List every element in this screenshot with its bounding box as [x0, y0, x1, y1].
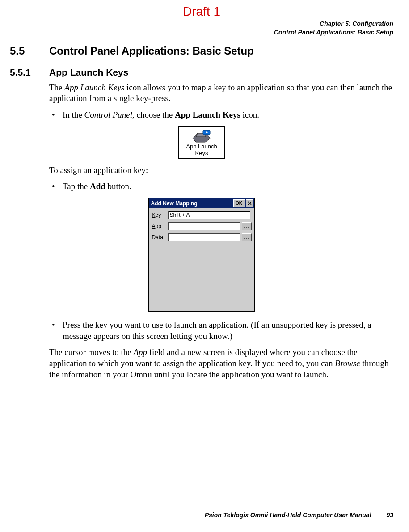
- assign-key-line: To assign an application key:: [49, 165, 393, 176]
- bullet-open-control-panel: In the Control Panel, choose the App Lau…: [49, 110, 393, 121]
- key-field[interactable]: Shift + A: [168, 211, 250, 219]
- label-key: Key: [152, 212, 168, 218]
- app-browse-button[interactable]: ...: [242, 222, 252, 230]
- heading-number: 5.5: [10, 45, 49, 57]
- page-footer: Psion Teklogix Omnii Hand-Held Computer …: [10, 511, 393, 519]
- add-new-mapping-dialog: Add New Mapping OK Key Shift + A App ...…: [148, 198, 255, 312]
- dialog-body: Key Shift + A App ... Data ...: [149, 208, 254, 311]
- data-field[interactable]: [168, 233, 240, 241]
- watermark: Draft 1: [10, 4, 393, 19]
- page-number: 93: [386, 511, 393, 519]
- app-field[interactable]: [168, 222, 240, 230]
- heading-5-5-1: 5.5.1 App Launch Keys: [10, 67, 393, 78]
- label-app: App: [152, 223, 168, 229]
- close-icon: [248, 201, 252, 205]
- icon-label: App Launch Keys: [180, 144, 223, 157]
- bullet-press-key: Press the key you want to use to launch …: [49, 320, 393, 342]
- section-line: Control Panel Applications: Basic Setup: [10, 28, 393, 37]
- heading-5-5: 5.5 Control Panel Applications: Basic Se…: [10, 45, 393, 57]
- bullet-tap-add: Tap the Add button.: [49, 181, 393, 192]
- row-app: App ...: [152, 222, 252, 231]
- ok-button[interactable]: OK: [233, 199, 245, 207]
- footer-text: Psion Teklogix Omnii Hand-Held Computer …: [205, 511, 371, 519]
- cursor-paragraph: The cursor moves to the App field and a …: [49, 347, 393, 380]
- intro-paragraph: The App Launch Keys icon allows you to m…: [49, 82, 393, 104]
- label-data: Data: [152, 234, 168, 241]
- row-data: Data ...: [152, 233, 252, 242]
- dialog-titlebar: Add New Mapping OK: [149, 198, 254, 208]
- close-button[interactable]: [246, 199, 253, 207]
- running-header: Chapter 5: Configuration Control Panel A…: [10, 20, 393, 37]
- subheading-title: App Launch Keys: [49, 67, 128, 78]
- row-key: Key Shift + A: [152, 211, 252, 220]
- app-launch-keys-icon: [190, 129, 214, 143]
- heading-title: Control Panel Applications: Basic Setup: [49, 45, 254, 57]
- chapter-line: Chapter 5: Configuration: [10, 20, 393, 28]
- dialog-title: Add New Mapping: [151, 200, 198, 207]
- app-launch-keys-icon-figure: App Launch Keys: [178, 126, 225, 159]
- subheading-number: 5.5.1: [10, 67, 49, 78]
- data-browse-button[interactable]: ...: [242, 233, 252, 241]
